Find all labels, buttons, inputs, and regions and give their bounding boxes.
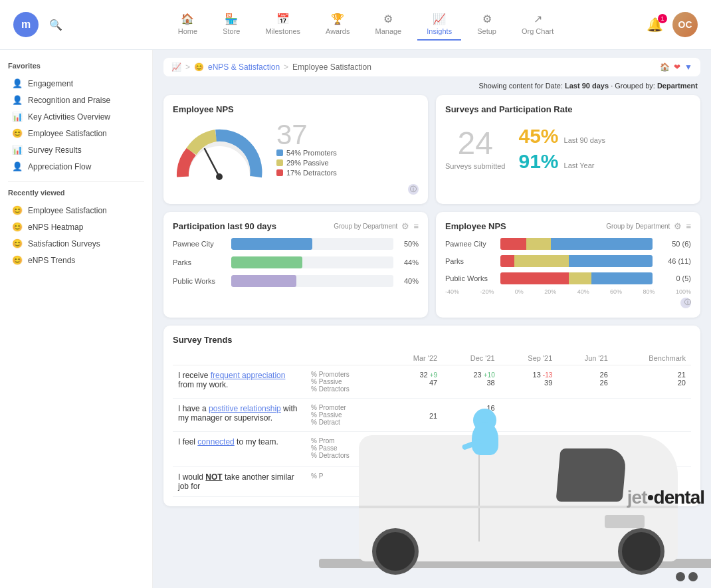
enps-trends-icon: 😊 (12, 255, 23, 265)
enps-row-pawneecity: Pawnee City 50 (6) (445, 238, 691, 250)
scroll-dot-1[interactable] (676, 572, 685, 581)
main-layout: Favorites 👤 Engagement 👤 Recognition and… (0, 50, 711, 588)
sidebar-item-satisfaction-surveys[interactable]: 😊 Satisfaction Surveys (8, 235, 144, 252)
breadcrumb-filter-action[interactable]: ▼ (684, 62, 692, 72)
table-row: I have a postitive relationship with my … (173, 399, 691, 432)
nav-orgchart[interactable]: ↗ Org Chart (512, 9, 563, 41)
enps-info-icon[interactable]: ⓘ (408, 184, 419, 195)
sidebar: Favorites 👤 Engagement 👤 Recognition and… (0, 50, 153, 588)
bar-row-parks: Parks 44% (173, 256, 419, 268)
avatar[interactable]: OC (672, 12, 698, 37)
filter-banner: Showing content for Date: Last 90 days ·… (163, 82, 700, 90)
content-area: 📈 > 😊 eNPS & Satisfaction > Employee Sat… (153, 50, 711, 588)
breadcrumb-page: Employee Satisfaction (292, 62, 371, 72)
survey-trends-card: Survey Trends Mar '22 Dec '21 Sep '21 Ju… (163, 326, 700, 506)
gauge-container: 37 54% Promoters 29% Passive (173, 121, 419, 179)
surveys-rates: 45% Last 90 days 91% Last Year (518, 126, 605, 171)
svg-point-1 (216, 173, 223, 180)
top-navigation: m 🔍 🏠 Home 🏪 Store 📅 Milestones 🏆 Awards… (0, 0, 711, 50)
employee-nps-title: Employee NPS (173, 104, 419, 114)
nav-insights[interactable]: 📈 Insights (417, 9, 461, 41)
enps-row-parks: Parks 46 (11) (445, 255, 691, 267)
sidebar-item-survey-results[interactable]: 📊 Survey Results (8, 142, 144, 158)
search-button[interactable]: 🔍 (47, 15, 65, 34)
engagement-icon: 👤 (12, 78, 23, 88)
breadcrumb: 📈 > 😊 eNPS & Satisfaction > Employee Sat… (163, 58, 700, 76)
enps-axis: -40% -20% 0% 20% 40% 60% 80% 100% (445, 288, 691, 295)
sidebar-item-enps-trends[interactable]: 😊 eNPS Trends (8, 252, 144, 268)
nav-setup[interactable]: ⚙ Setup (468, 9, 506, 41)
enps-grouped-title: Employee NPS (445, 221, 506, 231)
survey-results-icon: 📊 (12, 145, 23, 155)
trends-col-dec21: Dec '21 (443, 351, 500, 365)
surveys-card: Surveys and Participation Rate 24 Survey… (436, 95, 700, 204)
breadcrumb-home-icon[interactable]: 📈 (171, 62, 181, 72)
participation-title: Participation last 90 days (173, 221, 276, 231)
satisfaction-surveys-icon: 😊 (12, 239, 23, 248)
enps-grouped-list-icon[interactable]: ≡ (686, 221, 691, 231)
gauge-chart (173, 124, 266, 177)
key-activities-icon: 📊 (12, 112, 23, 122)
trends-col-metrics (306, 351, 386, 365)
appreciation-icon: 👤 (12, 161, 23, 171)
enps-grouped-card: Employee NPS Group by Department ⚙ ≡ Paw… (436, 212, 700, 318)
enps-grouped-group-label: Group by Department (606, 223, 670, 230)
setup-icon: ⚙ (482, 13, 492, 25)
bar-row-publicworks: Public Works 40% (173, 275, 419, 287)
store-icon: 🏪 (225, 13, 238, 25)
trends-col-jun21: Jun '21 (558, 351, 613, 365)
recently-viewed-title: Recently viewed (8, 189, 144, 197)
sidebar-item-appreciation-flow[interactable]: 👤 Appreciation Flow (8, 158, 144, 175)
table-row: I would NOT take another similar job for… (173, 467, 691, 497)
satisfaction-icon: 😊 (12, 128, 23, 138)
breadcrumb-home-action[interactable]: 🏠 (660, 62, 670, 72)
nav-milestones[interactable]: 📅 Milestones (256, 9, 310, 41)
sidebar-item-recognition[interactable]: 👤 Recognition and Praise (8, 92, 144, 108)
nav-manage[interactable]: ⚙ Manage (365, 9, 411, 41)
participation-bar-chart: Pawnee City 50% Parks 44% (173, 238, 419, 287)
table-row: I feel connected to my team. % Prom% Pas… (173, 432, 691, 467)
home-icon: 🏠 (181, 13, 194, 25)
notification-badge: 1 (658, 14, 667, 23)
participation-card: Participation last 90 days Group by Depa… (163, 212, 428, 318)
milestones-icon: 📅 (276, 13, 290, 25)
recent-satisfaction-icon: 😊 (12, 205, 23, 215)
participation-settings-icon[interactable]: ⚙ (401, 221, 409, 231)
scroll-dots (676, 572, 698, 581)
nav-home[interactable]: 🏠 Home (169, 9, 207, 41)
enps-grouped-info-icon[interactable]: ⓘ (680, 298, 691, 308)
gauge-score: 37 54% Promoters 29% Passive (276, 121, 337, 179)
table-row: I receive frequent appreciation from my … (173, 365, 691, 399)
sidebar-item-engagement[interactable]: 👤 Engagement (8, 75, 144, 92)
app-logo[interactable]: m (13, 12, 39, 37)
sidebar-item-employee-satisfaction-recent[interactable]: 😊 Employee Satisfaction (8, 202, 144, 219)
awards-icon: 🏆 (331, 13, 344, 25)
manage-icon: ⚙ (383, 13, 393, 25)
notifications-button[interactable]: 🔔 1 (647, 17, 663, 33)
nav-awards[interactable]: 🏆 Awards (316, 9, 359, 41)
scroll-dot-2[interactable] (688, 572, 698, 581)
sidebar-item-key-activities[interactable]: 📊 Key Activities Overview (8, 108, 144, 125)
participation-list-icon[interactable]: ≡ (413, 221, 419, 231)
nav-store[interactable]: 🏪 Store (213, 9, 249, 41)
enps-row-publicworks: Public Works 0 (5) (445, 272, 691, 284)
participation-group-label: Group by Department (334, 223, 397, 230)
dashboard-grid: Employee NPS (163, 95, 700, 506)
trends-table: Mar '22 Dec '21 Sep '21 Jun '21 Benchmar… (173, 351, 691, 497)
van-bumper (605, 515, 645, 528)
van-wheel-left (372, 528, 419, 575)
breadcrumb-heart-action[interactable]: ❤ (674, 62, 680, 72)
bar-row-pawneecity: Pawnee City 50% (173, 238, 419, 250)
heatmap-icon: 😊 (12, 222, 23, 232)
trends-col-question (173, 351, 306, 365)
surveys-title: Surveys and Participation Rate (445, 104, 691, 114)
breadcrumb-enps-link[interactable]: eNPS & Satisfaction (208, 62, 280, 72)
trends-col-mar22: Mar '22 (386, 351, 443, 365)
favorites-title: Favorites (8, 62, 144, 70)
surveys-count: 24 Surveys submitted (445, 128, 505, 170)
sidebar-item-employee-satisfaction-fav[interactable]: 😊 Employee Satisfaction (8, 125, 144, 142)
enps-bar-chart: Pawnee City 50 (6) Parks (445, 238, 691, 284)
sidebar-item-enps-heatmap[interactable]: 😊 eNPS Heatmap (8, 219, 144, 235)
enps-grouped-settings-icon[interactable]: ⚙ (674, 221, 682, 231)
nav-right-actions: 🔔 1 OC (647, 12, 698, 37)
